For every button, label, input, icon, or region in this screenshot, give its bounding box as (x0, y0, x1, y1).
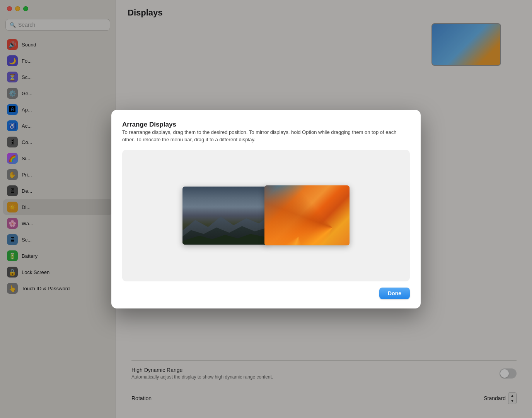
ventura-swirl-2 (264, 185, 350, 245)
modal-overlay: Arrange Displays To rearrange displays, … (0, 0, 532, 418)
arrange-displays-modal: Arrange Displays To rearrange displays, … (111, 110, 421, 308)
modal-display-area (122, 150, 410, 281)
display-thumb-1[interactable] (182, 187, 268, 245)
main-window: 🔍 Search 🔊 Sound 🌙 Fo... ⏳ Sc... ⚙️ Ge..… (0, 0, 532, 418)
modal-title: Arrange Displays (122, 121, 410, 128)
modal-header: Arrange Displays To rearrange displays, … (122, 121, 410, 144)
mountain-wallpaper (182, 187, 268, 245)
ventura-wallpaper (264, 185, 350, 245)
modal-description: To rearrange displays, drag them to the … (122, 128, 410, 144)
modal-footer: Done (122, 288, 410, 299)
display-thumb-2[interactable] (264, 185, 350, 245)
display-thumbnails (182, 185, 350, 245)
done-button[interactable]: Done (379, 288, 410, 299)
